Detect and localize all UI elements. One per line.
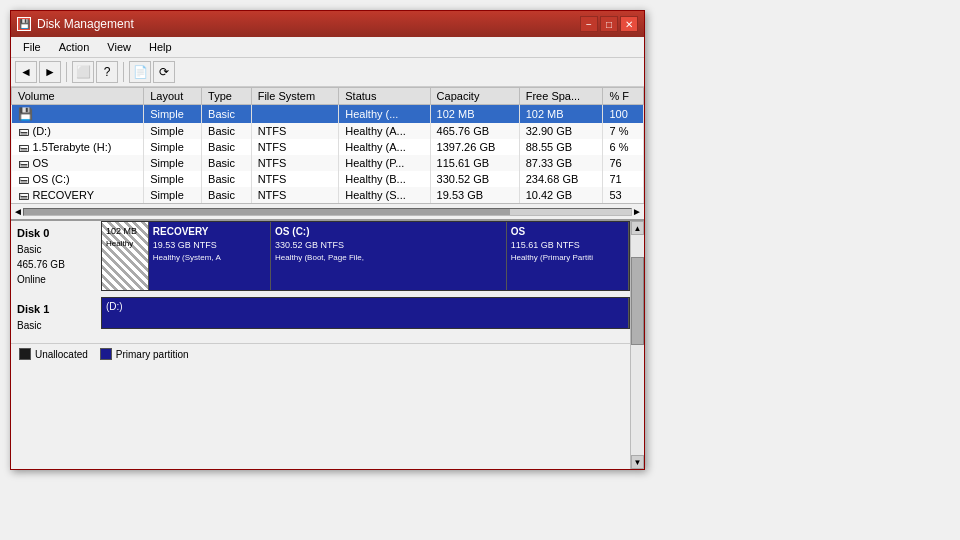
vscroll-track[interactable] [631,235,644,455]
table-row[interactable]: 💾 Simple Basic Healthy (... 102 MB 102 M… [12,105,644,124]
cell-status: Healthy (... [339,105,430,124]
disk-0-seg-0[interactable]: 102 MB Healthy [102,222,149,290]
col-filesystem: File System [251,88,339,105]
disk-panels: Disk 0 Basic 465.76 GB Online 102 MB Hea… [11,221,630,469]
seg-sub: Healthy (System, A [153,252,266,263]
cell-pct: 100 [603,105,644,124]
table-row[interactable]: 🖴 RECOVERY Simple Basic NTFS Healthy (S.… [12,187,644,203]
scroll-up-btn[interactable]: ▲ [631,221,644,235]
disk-0-status: Online [17,272,95,287]
menu-action[interactable]: Action [51,39,98,55]
toolbar: ◄ ► ⬜ ? 📄 ⟳ [11,58,644,87]
disk-1-seg-0[interactable]: (D:) [102,298,629,328]
table-row[interactable]: 🖴 1.5Terabyte (H:) Simple Basic NTFS Hea… [12,139,644,155]
scroll-right-btn[interactable]: ► [632,206,642,217]
scroll-down-btn[interactable]: ▼ [631,455,644,469]
vol-name: OS [33,157,49,169]
table-row[interactable]: 🖴 OS Simple Basic NTFS Healthy (P... 115… [12,155,644,171]
disk-1-bar: (D:) [101,297,630,329]
up-button[interactable]: ⬜ [72,61,94,83]
col-status: Status [339,88,430,105]
drive-icon: 🖴 [18,125,29,137]
cell-volume: 🖴 1.5Terabyte (H:) [12,139,144,155]
vscroll-thumb[interactable] [631,257,644,345]
help-button[interactable]: ? [96,61,118,83]
main-window: 💾 Disk Management − □ ✕ File Action View… [10,10,645,470]
cell-fs: NTFS [251,123,339,139]
disk-0-info: Disk 0 Basic 465.76 GB Online [11,221,101,291]
cell-capacity: 102 MB [430,105,519,124]
title-bar: 💾 Disk Management − □ ✕ [11,11,644,37]
disk-1-row: Disk 1 Basic (D:) [11,297,630,337]
seg-size: 330.52 GB NTFS [275,239,502,252]
vol-name: 1.5Terabyte (H:) [33,141,112,153]
forward-button[interactable]: ► [39,61,61,83]
disk-1-name: Disk 1 [17,301,95,318]
seg-sub: Healthy [106,238,144,249]
disk-0-seg-2[interactable]: OS (C:) 330.52 GB NTFS Healthy (Boot, Pa… [271,222,507,290]
seg-label: OS [511,225,624,239]
disk-0-bar: 102 MB Healthy RECOVERY 19.53 GB NTFS He… [101,221,630,291]
disk-0-row: Disk 0 Basic 465.76 GB Online 102 MB Hea… [11,221,630,291]
legend-unallocated-label: Unallocated [35,349,88,360]
minimize-button[interactable]: − [580,16,598,32]
seg-sub: Healthy (Boot, Page File, [275,252,502,263]
back-button[interactable]: ◄ [15,61,37,83]
disk-0-seg-3[interactable]: OS 115.61 GB NTFS Healthy (Primary Parti… [507,222,629,290]
maximize-button[interactable]: □ [600,16,618,32]
seg-size: 19.53 GB NTFS [153,239,266,252]
legend-unallocated-box [19,348,31,360]
legend-unallocated: Unallocated [19,348,88,360]
disk-0-size: 465.76 GB [17,257,95,272]
menu-view[interactable]: View [99,39,139,55]
vol-name: (D:) [33,125,51,137]
hscroll-track[interactable] [23,208,632,216]
menu-help[interactable]: Help [141,39,180,55]
legend-primary-box [100,348,112,360]
cell-layout: Simple [144,105,202,124]
legend: Unallocated Primary partition [11,343,630,364]
cell-volume: 🖴 OS [12,155,144,171]
cell-free: 102 MB [519,105,603,124]
volume-table-section: Volume Layout Type File System Status Ca… [11,87,644,221]
disk-section-wrapper: Disk 0 Basic 465.76 GB Online 102 MB Hea… [11,221,644,469]
menu-bar: File Action View Help [11,37,644,58]
toolbar-separator-1 [66,62,67,82]
app-icon: 💾 [17,17,31,31]
table-row[interactable]: 🖴 OS (C:) Simple Basic NTFS Healthy (B..… [12,171,644,187]
refresh-button[interactable]: ⟳ [153,61,175,83]
hscroll-thumb[interactable] [24,209,510,215]
col-pct: % F [603,88,644,105]
seg-sub: Healthy (Primary Partiti [511,252,624,263]
title-buttons: − □ ✕ [580,16,638,32]
main-content: Volume Layout Type File System Status Ca… [11,87,644,469]
cell-volume: 💾 [12,105,144,124]
disk-1-info: Disk 1 Basic [11,297,101,337]
scroll-left-btn[interactable]: ◄ [13,206,23,217]
seg-size: 102 MB [106,225,144,238]
menu-file[interactable]: File [15,39,49,55]
drive-icon: 🖴 [18,173,29,185]
cell-volume: 🖴 OS (C:) [12,171,144,187]
table-header-row: Volume Layout Type File System Status Ca… [12,88,644,105]
window-title: Disk Management [37,17,134,31]
cell-layout: Simple [144,123,202,139]
col-layout: Layout [144,88,202,105]
cell-pct: 7 % [603,123,644,139]
vertical-scrollbar[interactable]: ▲ ▼ [630,221,644,469]
col-free: Free Spa... [519,88,603,105]
table-row[interactable]: 🖴 (D:) Simple Basic NTFS Healthy (A... 4… [12,123,644,139]
horizontal-scrollbar[interactable]: ◄ ► [11,203,644,219]
cell-type: Basic [202,105,252,124]
cell-free: 32.90 GB [519,123,603,139]
toolbar-separator-2 [123,62,124,82]
vol-icon: 💾 [18,107,33,121]
legend-primary-label: Primary partition [116,349,189,360]
seg-label: RECOVERY [153,225,266,239]
cell-volume: 🖴 RECOVERY [12,187,144,203]
col-capacity: Capacity [430,88,519,105]
seg-label: OS (C:) [275,225,502,239]
properties-button[interactable]: 📄 [129,61,151,83]
close-button[interactable]: ✕ [620,16,638,32]
disk-0-seg-1[interactable]: RECOVERY 19.53 GB NTFS Healthy (System, … [149,222,271,290]
